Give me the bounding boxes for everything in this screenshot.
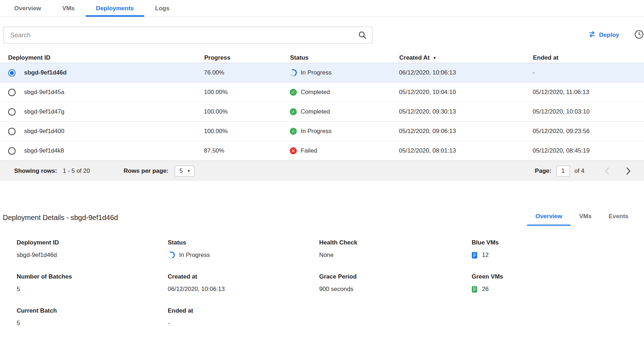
status-label: Completed bbox=[301, 89, 330, 96]
column-header-status[interactable]: Status bbox=[290, 53, 399, 63]
search-icon[interactable] bbox=[358, 31, 367, 41]
details-tab-overview[interactable]: Overview bbox=[527, 209, 571, 226]
field-value: 900 seconds bbox=[319, 286, 472, 293]
field-number-of-batches: Number of Batches 5 bbox=[17, 273, 168, 293]
table-row[interactable]: sbgd-9ef1d400 100.00% ✓✕In Progress 05/1… bbox=[0, 122, 644, 141]
ended-at-value: 05/12/2020, 11:06:13 bbox=[533, 89, 644, 96]
field-status: Status ✓✕ In Progress bbox=[168, 239, 319, 259]
status-icon: ✓✕ bbox=[290, 147, 297, 154]
field-label: Current Batch bbox=[17, 307, 168, 314]
deployment-id: sbgd-9ef1d46d bbox=[24, 69, 67, 76]
created-at-value: 06/12/2020, 10:06:13 bbox=[399, 69, 533, 76]
field-grace-period: Grace Period 900 seconds bbox=[319, 273, 472, 293]
field-label: Health Check bbox=[319, 239, 472, 246]
search-input[interactable] bbox=[4, 27, 372, 44]
deployments-table: Deployment ID Progress Status Created At… bbox=[0, 53, 644, 181]
sort-desc-icon[interactable]: ▼ bbox=[433, 56, 437, 60]
main-tab-bar: Overview VMs Deployments Logs bbox=[0, 0, 644, 17]
blue-vm-icon bbox=[472, 252, 477, 259]
status-icon: ✓✕ bbox=[290, 108, 297, 115]
details-grid: Deployment ID sbgd-9ef1d46d Status ✓✕ In… bbox=[0, 239, 644, 327]
field-deployment-id: Deployment ID sbgd-9ef1d46d bbox=[17, 239, 168, 259]
toolbar: Deploy bbox=[0, 27, 644, 44]
progress-value: 100.00% bbox=[204, 128, 290, 135]
tab-overview[interactable]: Overview bbox=[4, 0, 52, 17]
tab-deployments[interactable]: Deployments bbox=[85, 0, 145, 17]
swap-arrows-icon bbox=[588, 31, 596, 39]
deploy-button-label: Deploy bbox=[599, 32, 619, 39]
field-value: 12 bbox=[482, 252, 489, 259]
previous-page-icon[interactable] bbox=[605, 167, 609, 175]
tab-logs[interactable]: Logs bbox=[144, 0, 180, 17]
field-label: Status bbox=[168, 239, 319, 246]
field-created-at: Created at 06/12/2020, 10:06:13 bbox=[168, 273, 319, 293]
radio-button[interactable] bbox=[8, 108, 16, 116]
next-page-icon[interactable] bbox=[626, 167, 631, 175]
page-total: of 4 bbox=[574, 167, 584, 175]
progress-value: 100.00% bbox=[204, 108, 290, 115]
column-header-ended-at[interactable]: Ended at bbox=[533, 53, 644, 63]
table-header: Deployment ID Progress Status Created At… bbox=[0, 53, 644, 63]
field-label: Deployment ID bbox=[17, 239, 168, 246]
tab-vms[interactable]: VMs bbox=[52, 0, 85, 17]
page-input[interactable] bbox=[556, 166, 570, 177]
field-current-batch: Current Batch 5 bbox=[17, 307, 168, 327]
field-label: Blue VMs bbox=[472, 239, 644, 246]
tab-label: Deployments bbox=[96, 5, 134, 12]
deployment-id: sbgd-9ef1d47g bbox=[24, 108, 64, 115]
deployment-id: sbgd-9ef1d400 bbox=[24, 128, 64, 135]
field-label: Number of Batches bbox=[17, 273, 168, 280]
ended-at-value: - bbox=[533, 69, 644, 76]
field-label: Created at bbox=[168, 273, 319, 280]
field-value: 06/12/2020, 10:06:13 bbox=[168, 286, 319, 293]
column-header-progress[interactable]: Progress bbox=[204, 53, 290, 63]
green-vm-icon bbox=[472, 286, 477, 293]
table-row[interactable]: sbgd-9ef1d4k8 87.50% ✓✕Failed 05/12/2020… bbox=[0, 141, 644, 161]
deploy-button[interactable]: Deploy bbox=[588, 31, 619, 39]
chevron-down-icon: ▼ bbox=[187, 169, 191, 173]
created-at-value: 05/12/2020, 09:06:13 bbox=[399, 128, 533, 135]
radio-button[interactable] bbox=[8, 147, 16, 155]
details-tab-vms[interactable]: VMs bbox=[571, 209, 600, 226]
ended-at-value: 05/12/2020, 08:45:19 bbox=[533, 147, 644, 154]
column-header-deployment-id[interactable]: Deployment ID bbox=[8, 53, 204, 63]
radio-button[interactable] bbox=[8, 89, 16, 96]
details-title: Deployment Details - sbgd-9ef1d46d bbox=[3, 214, 118, 222]
rows-per-page-value: 5 bbox=[179, 167, 183, 175]
details-tab-bar: Overview VMs Events bbox=[527, 209, 637, 226]
table-row[interactable]: sbgd-9ef1d47g 100.00% ✓✕Completed 05/12/… bbox=[0, 102, 644, 122]
progress-value: 87.50% bbox=[204, 147, 290, 154]
field-value: 5 bbox=[17, 320, 168, 327]
field-green-vms: Green VMs 26 bbox=[472, 273, 644, 293]
created-at-value: 05/12/2020, 09:30:13 bbox=[399, 108, 533, 115]
field-value: sbgd-9ef1d46d bbox=[17, 252, 168, 259]
status-label: Completed bbox=[301, 108, 330, 115]
field-value: In Progress bbox=[179, 252, 210, 259]
tab-label: Logs bbox=[155, 5, 170, 12]
field-label: Green VMs bbox=[472, 273, 644, 280]
page-label: Page: bbox=[535, 167, 551, 175]
rows-per-page-label: Rows per page: bbox=[123, 167, 168, 175]
radio-button[interactable] bbox=[8, 69, 16, 77]
field-value: 26 bbox=[482, 286, 489, 293]
table-row[interactable]: sbgd-9ef1d45a 100.00% ✓✕Completed 05/12/… bbox=[0, 83, 644, 102]
status-label: In Progress bbox=[301, 69, 332, 76]
created-at-value: 05/12/2020, 10:04:10 bbox=[399, 89, 533, 96]
history-icon[interactable] bbox=[634, 29, 644, 41]
column-header-created-at[interactable]: Created At▼ bbox=[399, 53, 533, 63]
field-label: Grace Period bbox=[319, 273, 472, 280]
status-icon: ✓✕ bbox=[290, 128, 297, 135]
details-tab-events[interactable]: Events bbox=[600, 209, 637, 226]
field-health-check: Health Check None bbox=[319, 239, 472, 259]
created-at-value: 05/12/2020, 08:01:13 bbox=[399, 147, 533, 154]
field-ended-at: Ended at - bbox=[168, 307, 319, 327]
field-label: Ended at bbox=[168, 307, 319, 314]
field-value: 5 bbox=[17, 286, 168, 293]
showing-rows-value: 1 - 5 of 20 bbox=[63, 167, 90, 175]
tab-label: Overview bbox=[14, 5, 41, 12]
rows-per-page-select[interactable]: 5 ▼ bbox=[175, 166, 194, 177]
table-row[interactable]: sbgd-9ef1d46d 76.00% ✓✕In Progress 06/12… bbox=[0, 63, 644, 83]
radio-button[interactable] bbox=[8, 128, 16, 135]
field-value: - bbox=[168, 320, 319, 327]
showing-rows-label: Showing rows: bbox=[14, 167, 57, 175]
